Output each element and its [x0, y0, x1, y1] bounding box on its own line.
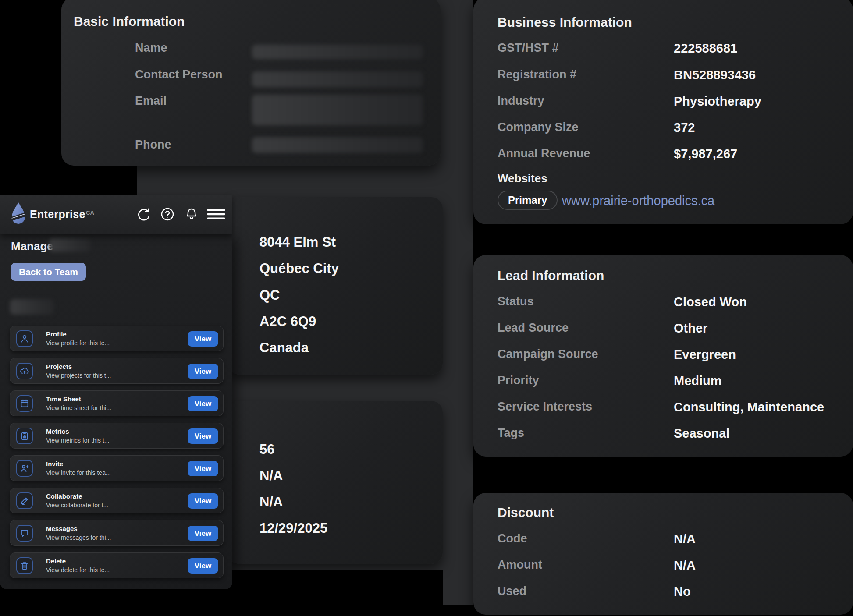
view-profile-button[interactable]: View — [188, 331, 218, 347]
discount-label: Used — [498, 584, 526, 598]
list-item-title: Delete — [46, 557, 66, 565]
view-metrics-button[interactable]: View — [188, 428, 218, 444]
view-projects-button[interactable]: View — [188, 364, 218, 379]
view-collaborate-button[interactable]: View — [188, 493, 218, 509]
background-underlay-strip — [443, 570, 473, 605]
list-item-title: Projects — [46, 363, 72, 370]
manage-section-title: Manage — [11, 240, 53, 253]
stat-na-1: N/A — [259, 468, 283, 484]
manage-sidebar: Manage Back to Team Profile View profile… — [0, 234, 232, 589]
cloud-upload-icon — [16, 363, 33, 379]
list-item-projects: Projects View projects for this t... Vie… — [10, 358, 224, 384]
lead-status-value: Closed Won — [674, 295, 747, 309]
business-info-value: Physiotherapy — [674, 94, 761, 109]
brand-region-label: CA — [86, 209, 94, 216]
list-item-subtitle: View messages for thi... — [46, 534, 111, 541]
list-item-subtitle: View profile for this te... — [46, 340, 110, 347]
list-item-title: Invite — [46, 460, 63, 467]
basic-info-label-email: Email — [135, 94, 167, 108]
list-item-title: Time Sheet — [46, 395, 81, 403]
stat-na-2: N/A — [259, 494, 283, 510]
basic-info-label-phone: Phone — [135, 138, 171, 152]
view-messages-button[interactable]: View — [188, 526, 218, 541]
lead-information-card: Lead Information Status Closed Won Lead … — [473, 255, 853, 457]
discount-code-value: N/A — [674, 532, 696, 546]
lead-info-label: Campaign Source — [498, 347, 598, 361]
lead-source-value: Other — [674, 321, 707, 336]
address-province: QC — [259, 287, 280, 303]
trash-icon — [16, 557, 33, 574]
discount-card: Discount Code N/A Amount N/A Used No — [473, 493, 853, 615]
list-item-metrics: Metrics View metrics for this t... View — [10, 423, 224, 449]
primary-website-badge: Primary — [498, 191, 558, 210]
business-info-value: 222588681 — [674, 41, 737, 56]
view-time-sheet-button[interactable]: View — [188, 396, 218, 411]
redacted-email-value — [252, 95, 423, 125]
lead-info-label: Status — [498, 295, 534, 308]
list-item-profile: Profile View profile for this te... View — [10, 326, 224, 351]
discount-amount-value: N/A — [674, 558, 696, 573]
view-delete-button[interactable]: View — [188, 558, 218, 574]
address-card: 8044 Elm St Québec City QC A2C 6Q9 Canad… — [228, 197, 443, 375]
list-item-subtitle: View delete for this te... — [46, 566, 110, 574]
stat-date: 12/29/2025 — [259, 520, 327, 536]
back-to-team-button[interactable]: Back to Team — [11, 263, 86, 281]
help-icon[interactable] — [160, 207, 174, 221]
business-info-label: Registration # — [498, 68, 576, 81]
lead-info-label: Priority — [498, 374, 539, 387]
basic-information-card: Basic Information Name Contact Person Em… — [61, 0, 441, 166]
list-item-subtitle: View metrics for this t... — [46, 437, 109, 444]
address-country: Canada — [259, 340, 309, 356]
redacted-name-value — [252, 45, 423, 59]
priority-value: Medium — [674, 374, 722, 388]
list-item-time-sheet: Time Sheet View time sheet for thi... Vi… — [10, 390, 224, 416]
address-street: 8044 Elm St — [259, 234, 336, 250]
notifications-bell-icon[interactable] — [185, 207, 199, 221]
stats-card: 56 N/A N/A 12/29/2025 — [228, 401, 443, 564]
website-link[interactable]: www.prairie-orthopedics.ca — [562, 194, 714, 208]
calendar-icon — [16, 395, 33, 412]
menu-hamburger-icon[interactable] — [207, 207, 225, 221]
list-item-messages: Messages View messages for thi... View — [10, 520, 224, 546]
list-item-subtitle: View time sheet for thi... — [46, 404, 111, 411]
list-item-title: Collaborate — [46, 492, 82, 500]
list-item-title: Profile — [46, 330, 67, 338]
basic-info-label-contact-person: Contact Person — [135, 68, 223, 81]
business-information-card: Business Information GST/HST # 222588681… — [473, 0, 853, 224]
list-item-collaborate: Collaborate View collaborate for t... Vi… — [10, 488, 224, 513]
lead-information-title: Lead Information — [498, 268, 604, 283]
brand-name: Enterprise — [30, 208, 85, 221]
lead-info-label: Service Interests — [498, 400, 592, 414]
user-icon — [16, 330, 33, 347]
redacted-contact-person-value — [252, 71, 423, 87]
pen-icon — [16, 492, 33, 509]
business-info-value: BN528893436 — [674, 68, 756, 82]
refresh-icon[interactable] — [137, 207, 151, 221]
chart-clipboard-icon — [16, 428, 33, 444]
business-information-title: Business Information — [498, 15, 632, 30]
business-info-label: GST/HST # — [498, 41, 559, 55]
chat-bubble-icon — [16, 525, 33, 542]
list-item-invite: Invite View invite for this tea... View — [10, 455, 224, 481]
lead-info-label: Lead Source — [498, 321, 569, 335]
list-item-subtitle: View invite for this tea... — [46, 469, 111, 476]
redacted-phone-value — [252, 137, 423, 153]
discount-used-value: No — [674, 584, 691, 599]
basic-info-label-name: Name — [135, 41, 167, 55]
list-item-subtitle: View projects for this t... — [46, 372, 111, 379]
address-city: Québec City — [259, 261, 339, 276]
business-info-value: 372 — [674, 120, 695, 135]
basic-information-title: Basic Information — [74, 14, 185, 29]
stat-count: 56 — [259, 442, 274, 457]
discount-label: Code — [498, 532, 527, 545]
brand-logo-icon — [11, 202, 26, 226]
business-info-value: $7,987,267 — [674, 147, 737, 161]
business-info-label: Industry — [498, 94, 544, 108]
list-item-subtitle: View collaborate for t... — [46, 502, 108, 509]
lead-info-label: Tags — [498, 426, 524, 440]
discount-title: Discount — [498, 505, 554, 520]
business-info-label: Annual Revenue — [498, 147, 590, 160]
list-item-delete: Delete View delete for this te... View — [10, 552, 224, 578]
campaign-source-value: Evergreen — [674, 347, 736, 362]
view-invite-button[interactable]: View — [188, 461, 218, 476]
